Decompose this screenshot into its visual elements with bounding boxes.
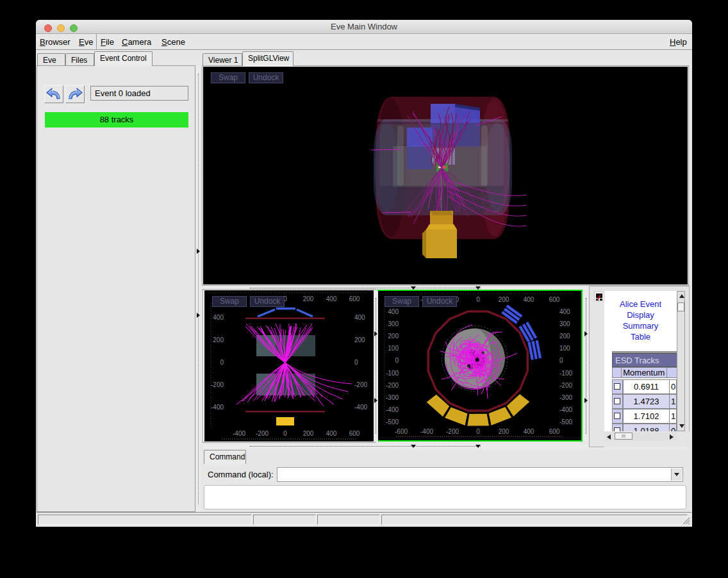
svg-text:-200: -200 <box>256 430 269 437</box>
svg-text:0: 0 <box>559 357 563 364</box>
svg-text:600: 600 <box>349 430 360 437</box>
svg-text:100: 100 <box>388 345 399 352</box>
svg-text:-400: -400 <box>386 406 399 413</box>
svg-text:-500: -500 <box>386 418 399 425</box>
svg-text:400: 400 <box>354 314 365 321</box>
svg-text:-400: -400 <box>420 428 433 435</box>
svg-text:200: 200 <box>499 296 509 303</box>
svg-text:0: 0 <box>476 428 480 435</box>
svg-text:-300: -300 <box>559 394 572 401</box>
svg-text:300: 300 <box>559 320 570 327</box>
svg-text:400: 400 <box>559 308 570 315</box>
svg-text:-100: -100 <box>559 370 572 377</box>
svg-text:0: 0 <box>283 430 287 437</box>
svg-text:-400: -400 <box>354 404 367 411</box>
svg-text:-200: -200 <box>559 382 572 389</box>
svg-text:0: 0 <box>476 296 480 303</box>
svg-text:-400: -400 <box>233 430 245 437</box>
svg-text:-300: -300 <box>386 394 399 401</box>
svg-text:400: 400 <box>524 296 534 303</box>
svg-text:-400: -400 <box>211 404 224 411</box>
svg-text:400: 400 <box>524 428 534 435</box>
svg-text:0: 0 <box>354 359 358 366</box>
svg-text:-200: -200 <box>211 381 224 388</box>
svg-text:100: 100 <box>559 345 570 352</box>
svg-text:600: 600 <box>349 295 360 302</box>
svg-text:300: 300 <box>388 320 399 327</box>
svg-text:400: 400 <box>213 314 224 321</box>
svg-text:200: 200 <box>388 333 399 340</box>
svg-text:200: 200 <box>213 336 224 343</box>
svg-text:200: 200 <box>303 430 314 437</box>
svg-text:200: 200 <box>303 295 314 302</box>
svg-text:-200: -200 <box>386 382 399 389</box>
svg-text:0: 0 <box>395 357 399 364</box>
svg-text:400: 400 <box>388 308 399 315</box>
svg-text:-600: -600 <box>395 428 408 435</box>
svg-text:-400: -400 <box>559 406 572 413</box>
svg-text:-500: -500 <box>559 418 572 425</box>
svg-text:400: 400 <box>326 295 337 302</box>
svg-text:200: 200 <box>354 336 365 343</box>
svg-text:-100: -100 <box>386 370 399 377</box>
svg-text:0: 0 <box>220 359 224 366</box>
svg-text:200: 200 <box>559 333 570 340</box>
svg-text:600: 600 <box>549 428 560 435</box>
svg-text:200: 200 <box>499 428 509 435</box>
svg-text:400: 400 <box>326 430 337 437</box>
svg-text:600: 600 <box>549 296 560 303</box>
svg-text:-200: -200 <box>354 381 367 388</box>
svg-text:-200: -200 <box>446 428 459 435</box>
